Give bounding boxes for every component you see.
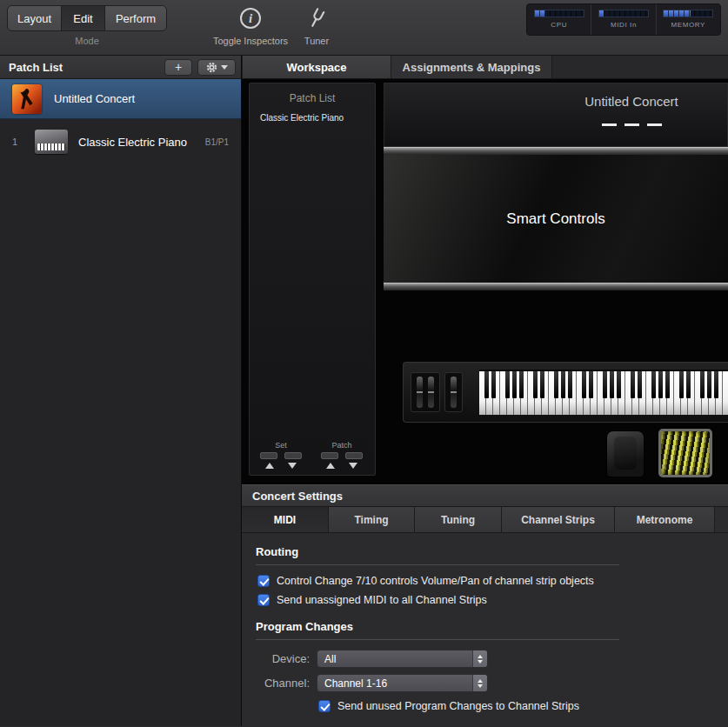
mode-layout-button[interactable]: Layout (8, 6, 62, 30)
midi-in-meter-bar (598, 10, 649, 17)
patch-down-button[interactable] (345, 452, 363, 459)
patch-number: 1 (0, 137, 30, 147)
mode-edit-button[interactable]: Edit (62, 6, 105, 30)
piano-black-key[interactable] (561, 371, 565, 398)
pitch-mod-wheels[interactable] (411, 372, 440, 412)
tab-tuning[interactable]: Tuning (415, 507, 502, 532)
piano-black-key[interactable] (686, 371, 691, 398)
toggle-inspectors-label: Toggle Inspectors (213, 36, 288, 46)
expression-pedal[interactable] (606, 430, 645, 477)
main-area: Workspace Assignments & Mappings Patch L… (242, 56, 728, 726)
tuner-group: Tuner (297, 3, 336, 46)
section-divider (256, 639, 619, 640)
cc-volume-pan-checkbox[interactable] (257, 575, 270, 587)
volume-pedal[interactable] (658, 429, 712, 477)
toggle-inspectors-group: i Toggle Inspectors (209, 3, 292, 46)
pitch-wheel[interactable] (417, 377, 423, 408)
concert-name: Untitled Concert (54, 92, 135, 105)
set-up-button[interactable] (260, 452, 277, 459)
workspace-patch-entry[interactable]: Classic Electric Piano (260, 113, 375, 123)
piano-black-key[interactable] (700, 371, 705, 398)
action-menu-button[interactable] (197, 59, 236, 76)
tab-workspace[interactable]: Workspace (242, 56, 391, 78)
concert-artwork-icon (12, 84, 42, 114)
set-selector-label: Set (275, 441, 287, 450)
channel-label: Channel: (256, 677, 310, 690)
tab-timing[interactable]: Timing (329, 507, 415, 532)
tab-metronome[interactable]: Metronome (615, 507, 715, 532)
send-unassigned-midi-label: Send unassigned MIDI to all Channel Stri… (277, 594, 487, 606)
set-selector: Set (260, 441, 302, 469)
chevron-updown-icon (472, 675, 487, 691)
program-changes-option-row: Send unused Program Changes to Channel S… (317, 700, 714, 712)
control-wheel[interactable] (451, 377, 457, 408)
keyboard-layer[interactable] (403, 362, 728, 423)
piano-black-key[interactable] (505, 371, 510, 398)
workspace-canvas[interactable]: Patch List Classic Electric Piano Set (242, 79, 728, 484)
tab-channel-strips[interactable]: Channel Strips (502, 507, 615, 532)
piano-black-key[interactable] (714, 371, 718, 398)
piano-black-key[interactable] (665, 371, 670, 398)
extra-wheel[interactable] (444, 372, 463, 412)
sidebar-item-untitled-concert[interactable]: Untitled Concert (0, 79, 241, 119)
cpu-meter: CPU (527, 4, 591, 35)
midi-in-meter-label: MIDI In (611, 21, 637, 29)
piano-black-key[interactable] (707, 371, 711, 398)
sidebar-item-classic-electric-piano[interactable]: 1 Classic Electric Piano B1/P1 (0, 119, 241, 164)
patch-up-button[interactable] (321, 452, 338, 459)
send-unassigned-midi-checkbox[interactable] (257, 594, 270, 606)
patch-number-display (536, 123, 727, 126)
channel-select[interactable]: Channel 1-16 (317, 674, 488, 692)
workspace-patch-list-panel[interactable]: Patch List Classic Electric Piano Set (249, 83, 376, 476)
piano-black-key[interactable] (491, 371, 496, 398)
chevron-updown-icon (472, 650, 487, 667)
routing-option-row: Send unassigned MIDI to all Channel Stri… (256, 594, 714, 606)
piano-black-key[interactable] (651, 371, 656, 398)
mode-buttons: Layout Edit Perform (7, 5, 167, 31)
view-tab-bar: Workspace Assignments & Mappings (242, 56, 728, 79)
tuner-button[interactable] (300, 3, 333, 33)
piano-black-key[interactable] (589, 371, 593, 398)
patch-list-header: Patch List + (0, 56, 241, 79)
set-down-button[interactable] (284, 452, 302, 459)
piano-black-key[interactable] (568, 371, 572, 398)
patch-bank-badge: B1/P1 (205, 137, 229, 147)
window-body: Patch List + Untitled Conc (0, 56, 728, 726)
piano-black-key[interactable] (519, 371, 524, 398)
tab-assignments-mappings[interactable]: Assignments & Mappings (391, 56, 552, 78)
arrow-down-icon (288, 463, 297, 469)
device-select[interactable]: All (317, 650, 488, 668)
concert-header-panel[interactable]: Untitled Concert (384, 83, 728, 147)
gear-icon (206, 62, 217, 73)
piano-black-key[interactable] (540, 371, 544, 398)
piano-black-key[interactable] (631, 371, 635, 398)
toggle-inspectors-button[interactable]: i (234, 3, 267, 33)
piano-black-key[interactable] (658, 371, 663, 398)
piano-black-key[interactable] (603, 371, 607, 398)
piano-keyboard[interactable] (479, 370, 728, 415)
piano-black-key[interactable] (484, 371, 489, 398)
pedal-group (606, 429, 712, 477)
piano-black-key[interactable] (582, 371, 586, 398)
toolbar: Layout Edit Perform Mode i Toggle Inspec… (0, 0, 728, 56)
tab-midi[interactable]: MIDI (242, 507, 329, 532)
smart-controls-panel[interactable]: Smart Controls (384, 155, 728, 283)
send-unused-pc-checkbox[interactable] (318, 700, 331, 712)
smart-controls-label: Smart Controls (506, 210, 604, 228)
mod-wheel[interactable] (428, 377, 434, 408)
mode-caption: Mode (75, 36, 99, 46)
piano-black-key[interactable] (679, 371, 684, 398)
piano-black-key[interactable] (610, 371, 614, 398)
piano-black-key[interactable] (512, 371, 517, 398)
piano-black-key[interactable] (638, 371, 642, 398)
add-patch-button[interactable]: + (164, 59, 192, 76)
mode-perform-button[interactable]: Perform (105, 6, 166, 30)
workspace-patch-list-title: Patch List (250, 92, 375, 104)
piano-black-key[interactable] (554, 371, 558, 398)
workspace-concert-title: Untitled Concert (536, 94, 727, 109)
piano-black-key[interactable] (533, 371, 538, 398)
cpu-meter-label: CPU (551, 21, 567, 29)
patch-name: Classic Electric Piano (78, 136, 205, 149)
piano-black-key[interactable] (617, 371, 621, 398)
device-label: Device: (256, 652, 310, 665)
